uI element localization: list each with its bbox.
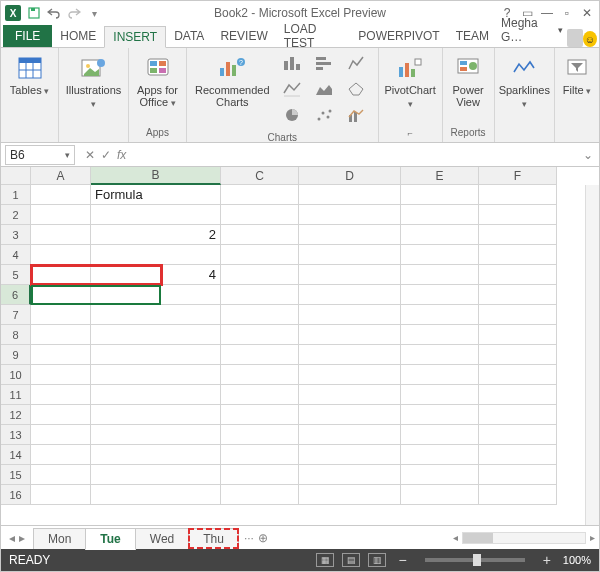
- tab-home[interactable]: HOME: [52, 25, 104, 47]
- cell-A14[interactable]: [31, 445, 91, 465]
- cell-B9[interactable]: [91, 345, 221, 365]
- cell-C16[interactable]: [221, 485, 299, 505]
- cell-C14[interactable]: [221, 445, 299, 465]
- cell-B12[interactable]: [91, 405, 221, 425]
- recommended-charts-button[interactable]: ? Recommended Charts: [191, 52, 274, 110]
- cell-A2[interactable]: [31, 205, 91, 225]
- cell-C7[interactable]: [221, 305, 299, 325]
- cell-E9[interactable]: [401, 345, 479, 365]
- avatar-icon[interactable]: [567, 29, 583, 47]
- cell-B15[interactable]: [91, 465, 221, 485]
- hscroll-left-icon[interactable]: ◂: [453, 532, 458, 543]
- cell-C5[interactable]: [221, 265, 299, 285]
- cell-B3[interactable]: 2: [91, 225, 221, 245]
- signed-in-user[interactable]: Megha G… ▾: [497, 13, 567, 47]
- cell-E16[interactable]: [401, 485, 479, 505]
- sheet-tab-wed[interactable]: Wed: [135, 528, 189, 549]
- cell-C15[interactable]: [221, 465, 299, 485]
- zoom-out-icon[interactable]: −: [394, 552, 410, 568]
- cell-A3[interactable]: [31, 225, 91, 245]
- cell-A10[interactable]: [31, 365, 91, 385]
- cell-C11[interactable]: [221, 385, 299, 405]
- cell-C1[interactable]: [221, 185, 299, 205]
- tab-data[interactable]: DATA: [166, 25, 212, 47]
- cell-F3[interactable]: [479, 225, 557, 245]
- cell-E12[interactable]: [401, 405, 479, 425]
- fx-icon[interactable]: fx: [117, 148, 126, 162]
- undo-icon[interactable]: [47, 6, 61, 20]
- hscroll-thumb[interactable]: [463, 533, 493, 543]
- col-header-C[interactable]: C: [221, 167, 299, 185]
- cell-C13[interactable]: [221, 425, 299, 445]
- expand-formula-bar-icon[interactable]: ⌄: [577, 148, 599, 162]
- cell-B14[interactable]: [91, 445, 221, 465]
- tables-button[interactable]: Tables: [4, 52, 56, 99]
- row-header[interactable]: 15: [1, 465, 31, 485]
- cell-E4[interactable]: [401, 245, 479, 265]
- cell-A12[interactable]: [31, 405, 91, 425]
- cell-B6[interactable]: [91, 285, 221, 305]
- cell-C3[interactable]: [221, 225, 299, 245]
- cell-B5[interactable]: 4: [91, 265, 221, 285]
- cell-B13[interactable]: [91, 425, 221, 445]
- hscroll-right-icon[interactable]: ▸: [590, 532, 595, 543]
- page-break-view-icon[interactable]: ▥: [368, 553, 386, 567]
- tab-powerpivot[interactable]: POWERPIVOT: [350, 25, 447, 47]
- select-all-corner[interactable]: [1, 167, 31, 185]
- cell-D8[interactable]: [299, 325, 401, 345]
- cell-A16[interactable]: [31, 485, 91, 505]
- formula-input[interactable]: [136, 145, 573, 165]
- cell-F11[interactable]: [479, 385, 557, 405]
- cell-F7[interactable]: [479, 305, 557, 325]
- row-header[interactable]: 10: [1, 365, 31, 385]
- cell-D13[interactable]: [299, 425, 401, 445]
- row-header[interactable]: 5: [1, 265, 31, 285]
- sparklines-button[interactable]: Sparklines: [495, 52, 554, 112]
- cell-B8[interactable]: [91, 325, 221, 345]
- tab-review[interactable]: REVIEW: [212, 25, 275, 47]
- cell-E13[interactable]: [401, 425, 479, 445]
- cell-E3[interactable]: [401, 225, 479, 245]
- cell-D9[interactable]: [299, 345, 401, 365]
- pie-chart-icon[interactable]: [282, 106, 302, 124]
- normal-view-icon[interactable]: ▦: [316, 553, 334, 567]
- sheet-nav-next-icon[interactable]: ▸: [19, 531, 25, 545]
- row-header[interactable]: 11: [1, 385, 31, 405]
- cell-E10[interactable]: [401, 365, 479, 385]
- sheet-tab-thu[interactable]: Thu: [188, 528, 239, 549]
- cell-D15[interactable]: [299, 465, 401, 485]
- line-chart-icon[interactable]: [282, 80, 302, 98]
- tab-insert[interactable]: INSERT: [104, 26, 166, 48]
- cell-D6[interactable]: [299, 285, 401, 305]
- row-header[interactable]: 6: [1, 285, 31, 305]
- cell-A8[interactable]: [31, 325, 91, 345]
- new-sheet-icon[interactable]: ⊕: [258, 531, 268, 545]
- cell-F16[interactable]: [479, 485, 557, 505]
- feedback-smiley-icon[interactable]: ☺: [583, 31, 597, 47]
- cell-D14[interactable]: [299, 445, 401, 465]
- zoom-slider[interactable]: [425, 558, 525, 562]
- cell-F4[interactable]: [479, 245, 557, 265]
- redo-icon[interactable]: [67, 6, 81, 20]
- cell-E2[interactable]: [401, 205, 479, 225]
- row-header[interactable]: 16: [1, 485, 31, 505]
- zoom-in-icon[interactable]: +: [539, 552, 555, 568]
- cell-A15[interactable]: [31, 465, 91, 485]
- cell-F1[interactable]: [479, 185, 557, 205]
- cell-A7[interactable]: [31, 305, 91, 325]
- cell-B2[interactable]: [91, 205, 221, 225]
- row-header[interactable]: 12: [1, 405, 31, 425]
- col-header-B[interactable]: B: [91, 167, 221, 185]
- illustrations-button[interactable]: Illustrations: [62, 52, 126, 112]
- cell-F10[interactable]: [479, 365, 557, 385]
- apps-for-office-button[interactable]: Apps for Office: [132, 52, 184, 111]
- col-header-A[interactable]: A: [31, 167, 91, 185]
- cell-D11[interactable]: [299, 385, 401, 405]
- col-header-E[interactable]: E: [401, 167, 479, 185]
- cell-E7[interactable]: [401, 305, 479, 325]
- cell-F9[interactable]: [479, 345, 557, 365]
- hscroll-track[interactable]: [462, 532, 586, 544]
- cell-F5[interactable]: [479, 265, 557, 285]
- cell-E8[interactable]: [401, 325, 479, 345]
- power-view-button[interactable]: Power View: [442, 52, 494, 110]
